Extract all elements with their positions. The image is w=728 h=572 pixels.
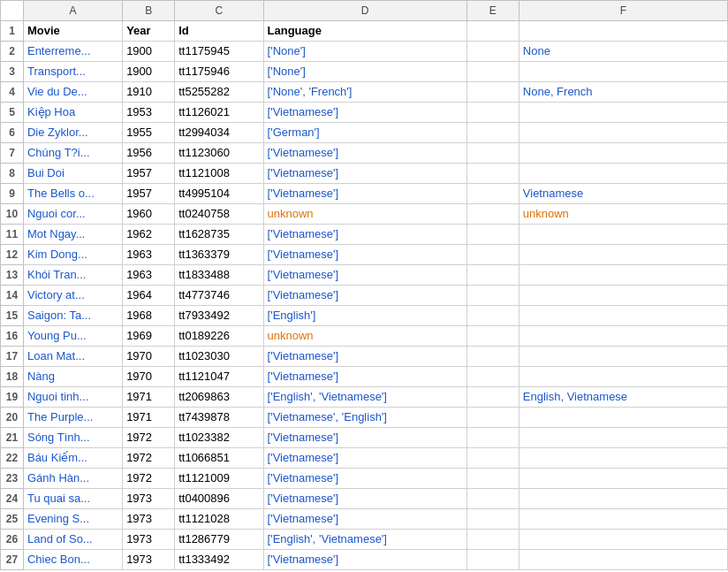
cell-e [466, 164, 519, 184]
cell-f [519, 143, 727, 164]
row-number: 4 [1, 82, 24, 103]
cell-movie[interactable]: Chiec Bon... [23, 550, 122, 570]
cell-movie[interactable]: Victory at... [23, 286, 122, 306]
cell-language: ['Vietnamese'] [263, 428, 466, 448]
cell-movie[interactable]: Land of So... [23, 530, 122, 550]
cell-movie[interactable]: Saigon: Ta... [23, 306, 122, 326]
cell-id: tt1066851 [175, 448, 263, 469]
cell-year: 1973 [123, 489, 175, 509]
cell-movie[interactable]: Báu Kiếm... [23, 448, 122, 469]
table-row: 2Enterreme...1900tt1175945['None']None [1, 42, 728, 62]
cell-year: 1957 [123, 164, 175, 184]
row-number: 20 [1, 408, 24, 428]
table-row: 25Evening S...1973tt1121028['Vietnamese'… [1, 509, 728, 530]
grid-container: A B C D E F 1MovieYearIdLanguage2Enterre… [0, 0, 728, 572]
cell-language: ['Vietnamese'] [263, 245, 466, 265]
cell-movie[interactable]: Evening S... [23, 509, 122, 530]
cell-e [466, 489, 519, 509]
row-number: 17 [1, 347, 24, 367]
corner-cell [1, 1, 24, 21]
cell-language: ['English', 'Vietnamese'] [263, 530, 466, 550]
cell-f: English, Vietnamese [519, 387, 727, 408]
cell-language: ['None', 'French'] [263, 82, 466, 103]
cell-year: 1972 [123, 428, 175, 448]
cell-f [519, 326, 727, 347]
cell-e [466, 225, 519, 245]
header-cell: Id [175, 21, 263, 42]
cell-year: 1900 [123, 42, 175, 62]
cell-e [466, 143, 519, 164]
row-number: 5 [1, 103, 24, 123]
cell-e [466, 408, 519, 428]
cell-movie[interactable]: Enterreme... [23, 42, 122, 62]
header-cell: Year [123, 21, 175, 42]
cell-id: tt1123060 [175, 143, 263, 164]
row-number: 22 [1, 448, 24, 469]
cell-e [466, 448, 519, 469]
row-number: 27 [1, 550, 24, 570]
cell-language: ['Vietnamese'] [263, 143, 466, 164]
col-header-D[interactable]: D [263, 1, 466, 21]
cell-year: 1963 [123, 265, 175, 286]
cell-movie[interactable]: Chúng T?i... [23, 143, 122, 164]
cell-year: 1964 [123, 286, 175, 306]
cell-movie[interactable]: Khói Tran... [23, 265, 122, 286]
table-row: 3Transport...1900tt1175946['None'] [1, 62, 728, 82]
cell-f [519, 469, 727, 489]
cell-f [519, 550, 727, 570]
cell-movie[interactable]: Vie du De... [23, 82, 122, 103]
cell-movie[interactable]: Die Zyklor... [23, 123, 122, 143]
cell-e [466, 103, 519, 123]
cell-year: 1957 [123, 184, 175, 204]
data-table: A B C D E F 1MovieYearIdLanguage2Enterre… [0, 0, 728, 570]
column-header-row: A B C D E F [1, 1, 728, 21]
cell-movie[interactable]: Young Pu... [23, 326, 122, 347]
cell-movie[interactable]: Mot Ngay... [23, 225, 122, 245]
cell-movie[interactable]: Nguoi tinh... [23, 387, 122, 408]
row-number: 18 [1, 367, 24, 387]
cell-id: tt1023382 [175, 428, 263, 448]
row-number: 24 [1, 489, 24, 509]
cell-language: ['Vietnamese'] [263, 347, 466, 367]
col-header-C[interactable]: C [175, 1, 263, 21]
table-row: 27Chiec Bon...1973tt1333492['Vietnamese'… [1, 550, 728, 570]
row-number: 15 [1, 306, 24, 326]
cell-language: ['Vietnamese'] [263, 448, 466, 469]
table-row: 20The Purple...1971tt7439878['Vietnamese… [1, 408, 728, 428]
cell-movie[interactable]: Kiệp Hoa [23, 103, 122, 123]
row-number: 8 [1, 164, 24, 184]
table-row: 24Tu quai sa...1973tt0400896['Vietnamese… [1, 489, 728, 509]
cell-movie[interactable]: Loan Mat... [23, 347, 122, 367]
table-row: 1MovieYearIdLanguage [1, 21, 728, 42]
cell-e [466, 550, 519, 570]
cell-e [466, 326, 519, 347]
cell-movie[interactable]: Sóng Tình... [23, 428, 122, 448]
cell-movie[interactable]: Nàng [23, 367, 122, 387]
cell-id: tt4995104 [175, 184, 263, 204]
cell-f [519, 265, 727, 286]
cell-movie[interactable]: The Bells o... [23, 184, 122, 204]
cell-movie[interactable]: Nguoi cor... [23, 204, 122, 225]
cell-movie[interactable]: Gánh Hàn... [23, 469, 122, 489]
cell-f [519, 103, 727, 123]
cell-f [519, 509, 727, 530]
table-row: 12Kim Dong...1963tt1363379['Vietnamese'] [1, 245, 728, 265]
cell-f [519, 245, 727, 265]
cell-language: ['Vietnamese'] [263, 469, 466, 489]
col-header-E[interactable]: E [466, 1, 519, 21]
col-header-A[interactable]: A [23, 1, 122, 21]
cell-id: tt1333492 [175, 550, 263, 570]
cell-movie[interactable]: Kim Dong... [23, 245, 122, 265]
table-row: 13Khói Tran...1963tt1833488['Vietnamese'… [1, 265, 728, 286]
cell-e [466, 347, 519, 367]
cell-movie[interactable]: Tu quai sa... [23, 489, 122, 509]
cell-movie[interactable]: The Purple... [23, 408, 122, 428]
col-header-F[interactable]: F [519, 1, 727, 21]
cell-movie[interactable]: Bui Doi [23, 164, 122, 184]
row-number: 23 [1, 469, 24, 489]
table-row: 7Chúng T?i...1956tt1123060['Vietnamese'] [1, 143, 728, 164]
cell-language: unknown [263, 326, 466, 347]
cell-year: 1971 [123, 387, 175, 408]
cell-movie[interactable]: Transport... [23, 62, 122, 82]
col-header-B[interactable]: B [123, 1, 175, 21]
